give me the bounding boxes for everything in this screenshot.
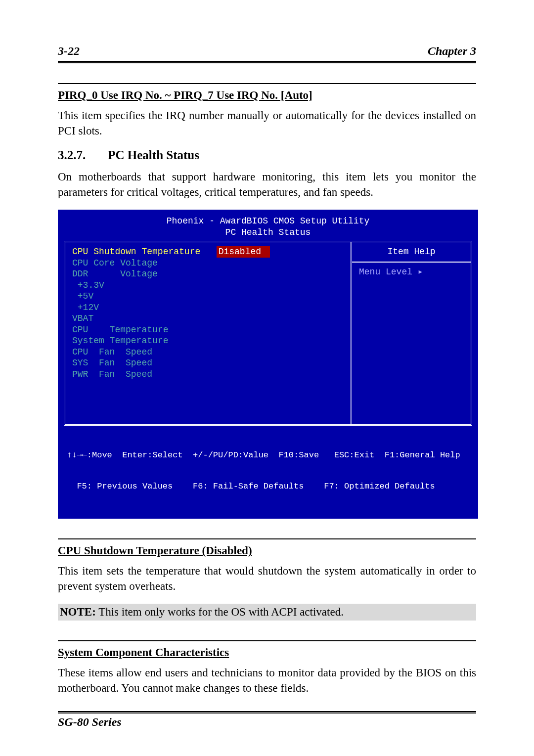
- section-pirq-body: This item specifies the IRQ number manua…: [58, 108, 476, 138]
- bios-ro-sys-temp: System Temperature: [72, 335, 344, 347]
- bios-ro-sys-fan: SYS Fan Speed: [72, 357, 344, 369]
- bios-footer: ↑↓→←:Move Enter:Select +/-/PU/PD:Value F…: [59, 426, 477, 518]
- bios-title-2: PC Health Status: [59, 227, 477, 238]
- section-title: PC Health Status: [108, 148, 199, 162]
- bios-ro-cpu-temp: CPU Temperature: [72, 324, 344, 336]
- bios-help-separator: [352, 262, 471, 263]
- bios-footer-line1: ↑↓→←:Move Enter:Select +/-/PU/PD:Value F…: [67, 450, 469, 460]
- section-scc-title: System Component Characteristics: [58, 646, 476, 659]
- page-header: 3-22 Chapter 3: [58, 44, 476, 63]
- page: 3-22 Chapter 3 PIRQ_0 Use IRQ No. ~ PIRQ…: [0, 0, 534, 756]
- bios-ro-5v: +5V: [72, 291, 344, 302]
- rule: [58, 83, 476, 84]
- bios-help-panel: Item Help Menu Level ▸: [352, 242, 471, 424]
- footer-rule: [58, 711, 476, 713]
- bios-body: CPU Shutdown Temperature Disabled CPU Co…: [64, 241, 472, 426]
- bios-value-selected[interactable]: Disabled: [217, 246, 270, 258]
- bios-ro-pwr-fan: PWR Fan Speed: [72, 369, 344, 380]
- bios-title-1: Phoenix - AwardBIOS CMOS Setup Utility: [59, 216, 477, 227]
- bios-menu-level: Menu Level ▸: [357, 267, 466, 278]
- page-number: 3-22: [58, 44, 80, 58]
- bios-row-shutdown-temp[interactable]: CPU Shutdown Temperature Disabled: [72, 246, 344, 258]
- note-label: NOTE:: [60, 606, 96, 618]
- bios-ro-3v3: +3.3V: [72, 280, 344, 291]
- bios-ro-cpu-fan: CPU Fan Speed: [72, 347, 344, 358]
- note-box: NOTE: This item only works for the OS wi…: [58, 604, 476, 621]
- bios-screenshot: Phoenix - AwardBIOS CMOS Setup Utility P…: [58, 210, 478, 519]
- bios-ro-12v: +12V: [72, 302, 344, 313]
- bios-item-help-label: Item Help: [357, 246, 466, 258]
- bios-settings-panel: CPU Shutdown Temperature Disabled CPU Co…: [65, 242, 352, 424]
- section-pirq-title: PIRQ_0 Use IRQ No. ~ PIRQ_7 Use IRQ No. …: [58, 89, 476, 102]
- section-scc-body: These items allow end users and technici…: [58, 665, 476, 696]
- footer-series: SG-80 Series: [58, 715, 122, 728]
- note-body: This item only works for the OS with ACP…: [96, 606, 344, 618]
- chapter-label: Chapter 3: [428, 44, 476, 58]
- bios-label: CPU Shutdown Temperature: [72, 246, 217, 258]
- section-shutdown-body: This item sets the temperature that woul…: [58, 563, 476, 594]
- section-health-heading: 3.2.7. PC Health Status: [58, 148, 476, 162]
- page-footer: SG-80 Series: [58, 711, 476, 729]
- rule: [58, 640, 476, 641]
- section-number: 3.2.7.: [58, 148, 105, 162]
- bios-footer-line2: F5: Previous Values F6: Fail-Safe Defaul…: [67, 481, 469, 491]
- bios-ro-vbat: VBAT: [72, 313, 344, 324]
- section-health-body: On motherboards that support hardware mo…: [58, 169, 476, 200]
- bios-ro-ddr-voltage: DDR Voltage: [72, 268, 344, 280]
- rule: [58, 538, 476, 539]
- bios-ro-cpu-core-voltage: CPU Core Voltage: [72, 258, 344, 269]
- section-shutdown-title: CPU Shutdown Temperature (Disabled): [58, 544, 476, 557]
